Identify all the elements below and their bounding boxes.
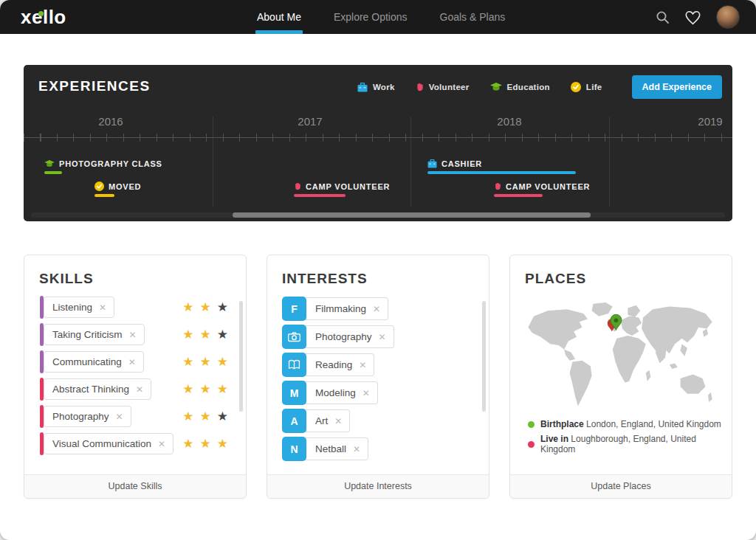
remove-icon[interactable] — [129, 330, 137, 340]
top-nav: xello About Me Explore Options Goals & P… — [0, 0, 756, 34]
interest-row: Reading — [267, 353, 489, 377]
update-places-link[interactable]: Update Places — [510, 474, 732, 498]
legend-life: Life — [571, 82, 602, 92]
skill-chip-listening: Listening — [44, 297, 114, 318]
star-icon[interactable] — [217, 410, 228, 423]
star-icon[interactable] — [217, 383, 228, 395]
remove-icon[interactable] — [136, 384, 143, 395]
interest-row: Photography — [267, 325, 489, 349]
timeline-bar — [44, 171, 62, 174]
skill-chip-visual-communication: Visual Communication — [44, 433, 173, 454]
interests-scrollbar-thumb[interactable] — [482, 301, 486, 412]
add-experience-button[interactable]: Add Experience — [632, 75, 722, 99]
star-icon[interactable] — [200, 383, 211, 395]
timeline-scrollbar-thumb[interactable] — [233, 212, 591, 218]
remove-icon[interactable] — [128, 357, 136, 367]
remove-icon[interactable] — [353, 444, 360, 454]
star-icon[interactable] — [200, 410, 211, 423]
timeline-item-camp-volunteer-2[interactable]: CAMP VOLUNTEER — [494, 181, 590, 197]
interests-card: INTERESTS F Filmmaking Photograp — [267, 255, 489, 499]
star-icon[interactable] — [182, 328, 193, 341]
skill-rating[interactable] — [182, 301, 228, 314]
timeline-bar — [94, 194, 114, 197]
remove-icon[interactable] — [334, 416, 342, 426]
education-cap-icon — [490, 83, 502, 92]
tab-about-me[interactable]: About Me — [257, 0, 301, 34]
favorites-heart-icon[interactable] — [684, 10, 701, 25]
timeline-item-camp-volunteer-1[interactable]: CAMP VOLUNTEER — [294, 181, 390, 197]
year-label: 2016 — [98, 115, 123, 128]
star-icon[interactable] — [217, 328, 228, 341]
skill-rating[interactable] — [182, 356, 228, 368]
star-icon[interactable] — [200, 301, 211, 314]
timeline-item-moved[interactable]: MOVED — [94, 181, 141, 197]
skill-rating[interactable] — [182, 410, 228, 423]
timeline-item-cashier[interactable]: CASHIER — [427, 159, 576, 174]
life-check-icon — [94, 181, 104, 191]
volunteer-hand-icon — [416, 82, 424, 92]
tab-explore-options[interactable]: Explore Options — [334, 0, 408, 34]
xello-logo[interactable]: xello — [21, 6, 66, 29]
letter-m-icon: M — [282, 381, 306, 405]
timeline-item-photography-class[interactable]: PHOTOGRAPHY CLASS — [44, 159, 162, 174]
star-icon[interactable] — [217, 437, 228, 450]
remove-icon[interactable] — [116, 412, 123, 422]
star-icon[interactable] — [182, 410, 193, 423]
year-divider — [609, 117, 610, 207]
star-icon[interactable] — [217, 356, 228, 368]
skill-rating[interactable] — [182, 328, 228, 341]
birthplace-dot — [528, 421, 535, 428]
skill-chip-communicating: Communicating — [44, 351, 144, 373]
skill-row: Abstract Thinking — [24, 378, 246, 400]
star-icon[interactable] — [200, 328, 211, 341]
nav-actions — [656, 0, 740, 34]
remove-icon[interactable] — [379, 332, 386, 342]
skill-rating[interactable] — [182, 437, 228, 450]
birthplace-row: Birthplace London, England, United Kingd… — [528, 419, 732, 429]
remove-icon[interactable] — [362, 388, 370, 398]
camera-icon — [282, 325, 306, 349]
interest-row: A Art — [267, 409, 489, 433]
star-icon[interactable] — [200, 437, 211, 450]
skills-card: SKILLS Listening Taking Criticism — [24, 255, 247, 499]
star-icon[interactable] — [182, 383, 193, 395]
year-divider — [410, 117, 411, 207]
skill-row: Listening — [24, 297, 246, 318]
year-divider — [213, 117, 213, 207]
interest-row: N Netball — [267, 437, 489, 461]
star-icon[interactable] — [182, 356, 193, 368]
star-icon[interactable] — [200, 356, 211, 368]
remove-icon[interactable] — [158, 439, 165, 449]
live-in-dot — [528, 441, 535, 448]
remove-icon[interactable] — [99, 302, 106, 313]
skills-scrollbar-thumb[interactable] — [239, 301, 243, 412]
skill-row: Taking Criticism — [24, 324, 246, 345]
remove-icon[interactable] — [373, 304, 380, 314]
skill-row: Photography — [24, 406, 246, 427]
places-card: PLACES — [509, 255, 732, 499]
skill-chip-taking-criticism: Taking Criticism — [44, 324, 145, 345]
legend-work: Work — [357, 83, 395, 92]
year-label: 2019 — [698, 115, 722, 128]
update-skills-link[interactable]: Update Skills — [24, 474, 246, 498]
places-title: PLACES — [510, 255, 732, 297]
star-icon[interactable] — [217, 301, 228, 314]
user-avatar[interactable] — [716, 5, 740, 29]
year-label: 2017 — [298, 115, 322, 128]
tab-goals-plans[interactable]: Goals & Plans — [440, 0, 506, 34]
letter-n-icon: N — [282, 437, 306, 461]
education-cap-icon — [44, 160, 55, 168]
legend-education: Education — [490, 83, 550, 92]
skill-row: Visual Communication — [24, 433, 246, 454]
skill-rating[interactable] — [182, 383, 228, 395]
remove-icon[interactable] — [359, 360, 366, 370]
app-window: xello About Me Explore Options Goals & P… — [0, 0, 756, 540]
update-interests-link[interactable]: Update Interests — [267, 474, 489, 498]
skills-title: SKILLS — [24, 255, 246, 297]
interest-row: F Filmmaking — [267, 297, 489, 321]
star-icon[interactable] — [182, 301, 193, 314]
places-legend: Birthplace London, England, United Kingd… — [528, 419, 732, 454]
search-icon[interactable] — [656, 10, 670, 24]
star-icon[interactable] — [182, 437, 193, 450]
book-icon — [282, 353, 306, 377]
